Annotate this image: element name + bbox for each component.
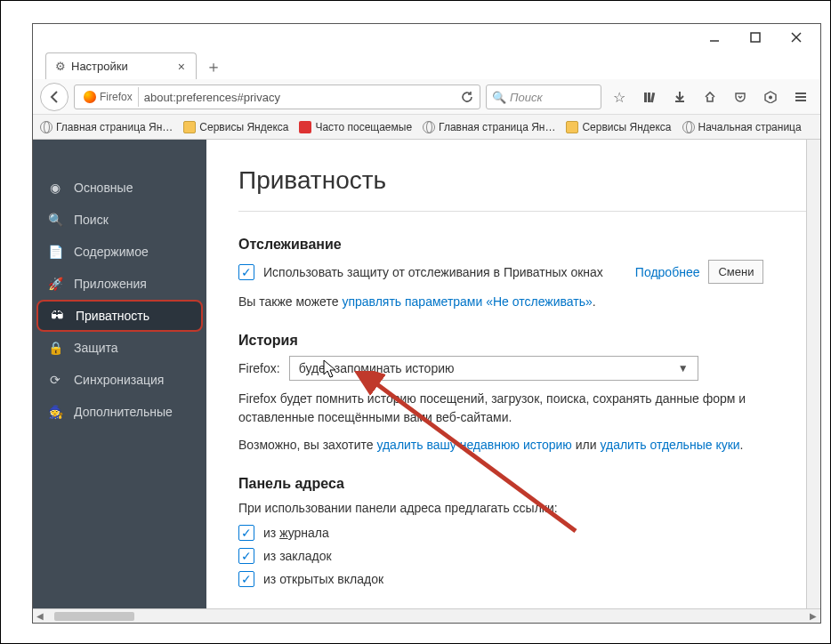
reload-button[interactable] — [455, 91, 480, 103]
prefs-sidebar: ◉Основные 🔍Поиск 📄Содержимое 🚀Приложения… — [33, 140, 206, 608]
library-button[interactable] — [637, 85, 662, 109]
new-tab-button[interactable]: ＋ — [200, 54, 227, 79]
sidebar-item-label: Синхронизация — [74, 373, 164, 387]
bookmark-item[interactable]: Сервисы Яндекса — [183, 121, 288, 133]
sidebar-item-label: Основные — [74, 181, 133, 195]
scroll-left-icon[interactable]: ◀ — [33, 611, 47, 621]
tracking-heading: Отслеживание — [238, 237, 806, 253]
sidebar-item-privacy[interactable]: 🕶Приватность — [36, 300, 203, 332]
svg-rect-5 — [648, 93, 650, 102]
sidebar-item-sync[interactable]: ⟳Синхронизация — [33, 364, 206, 396]
search-box[interactable]: 🔍 Поиск — [486, 85, 601, 109]
urlbar[interactable]: Firefox about:preferences#privacy — [74, 85, 480, 109]
chevron-down-icon: ▼ — [678, 362, 689, 374]
horizontal-scrollbar[interactable]: ◀ ▶ — [33, 608, 820, 623]
bookmark-label: Часто посещаемые — [315, 121, 412, 133]
document-icon: 📄 — [47, 245, 63, 259]
bookmark-item[interactable]: Главная страница Ян… — [40, 121, 173, 133]
dnt-link[interactable]: управлять параметрами «Не отслеживать» — [342, 294, 592, 309]
addr-bookmarks-checkbox[interactable]: ✓ — [238, 548, 254, 564]
history-maybe-line: Возможно, вы захотите удалить вашу недав… — [238, 436, 806, 455]
bookmark-label: Главная страница Ян… — [439, 121, 555, 133]
search-placeholder: Поиск — [510, 91, 543, 104]
search-icon: 🔍 — [492, 91, 506, 104]
clear-cookies-link[interactable]: удалить отдельные куки — [600, 438, 739, 452]
addressbar-intro: При использовании панели адреса предлага… — [238, 499, 806, 518]
tracking-change-button[interactable]: Смени — [708, 260, 763, 284]
folder-icon — [183, 121, 196, 133]
bookmark-label: Начальная страница — [698, 121, 802, 133]
browser-frame: ⚙ Настройки × ＋ Firefox about:preference… — [32, 23, 821, 624]
pocket-button[interactable] — [728, 85, 753, 109]
svg-point-8 — [769, 96, 772, 100]
addr-history-checkbox[interactable]: ✓ — [238, 525, 254, 541]
sidebar-item-general[interactable]: ◉Основные — [33, 172, 206, 204]
sidebar-item-label: Поиск — [74, 213, 109, 227]
hat-icon: 🧙 — [47, 405, 63, 419]
content-area: ◉Основные 🔍Поиск 📄Содержимое 🚀Приложения… — [33, 140, 820, 608]
firefox-logo-icon — [84, 91, 96, 103]
sidebar-item-apps[interactable]: 🚀Приложения — [33, 268, 206, 300]
addr-history-label: из журнала — [263, 526, 329, 540]
sidebar-item-advanced[interactable]: 🧙Дополнительные — [33, 396, 206, 428]
scroll-thumb[interactable] — [54, 612, 134, 621]
bookmark-item[interactable]: Часто посещаемые — [299, 121, 412, 133]
maximize-button[interactable] — [735, 25, 776, 50]
downloads-button[interactable] — [667, 85, 692, 109]
sidebar-item-label: Содержимое — [74, 245, 149, 259]
tab-close-icon[interactable]: × — [176, 60, 187, 74]
tabstrip: ⚙ Настройки × ＋ — [33, 51, 820, 79]
history-mode-select[interactable]: будет запоминать историю ▼ — [289, 356, 698, 381]
addr-bookmarks-label: из закладок — [263, 549, 332, 563]
addr-tabs-label: из открытых вкладок — [263, 572, 383, 586]
close-window-button[interactable] — [776, 25, 817, 50]
navigation-toolbar: Firefox about:preferences#privacy 🔍 Поис… — [33, 79, 820, 115]
svg-rect-6 — [650, 93, 655, 102]
folder-icon — [566, 121, 578, 133]
bookmark-item[interactable]: Начальная страница — [682, 121, 802, 133]
back-button[interactable] — [40, 83, 69, 111]
bookmark-label: Сервисы Яндекса — [199, 121, 288, 133]
bookmarks-toolbar: Главная страница Ян… Сервисы Яндекса Час… — [33, 115, 820, 140]
prefs-main: Приватность Отслеживание ✓ Использовать … — [206, 140, 806, 608]
sidebar-item-label: Защита — [74, 341, 118, 355]
minimize-button[interactable] — [694, 25, 735, 50]
sidebar-item-security[interactable]: 🔒Защита — [33, 332, 206, 364]
tab-settings[interactable]: ⚙ Настройки × — [45, 52, 197, 79]
bookmark-item[interactable]: Главная страница Ян… — [423, 121, 555, 133]
vertical-scrollbar[interactable] — [806, 140, 820, 608]
history-firefox-label: Firefox: — [238, 361, 280, 375]
tracking-checkbox-label: Использовать защиту от отслеживания в Пр… — [263, 265, 603, 279]
titlebar — [33, 24, 820, 51]
cog-icon: ◉ — [47, 181, 63, 195]
sync-icon: ⟳ — [47, 373, 63, 387]
menu-button[interactable] — [788, 85, 813, 109]
clear-history-link[interactable]: удалить вашу недавнюю историю — [376, 438, 571, 452]
sidebar-item-label: Дополнительные — [74, 405, 173, 419]
scroll-right-icon[interactable]: ▶ — [806, 611, 820, 621]
addon-button[interactable] — [758, 85, 783, 109]
globe-icon — [682, 121, 695, 133]
bookmark-item[interactable]: Сервисы Яндекса — [566, 121, 671, 133]
lock-icon: 🔒 — [47, 341, 63, 355]
sidebar-item-search[interactable]: 🔍Поиск — [33, 204, 206, 236]
tab-title: Настройки — [71, 60, 128, 73]
globe-icon — [423, 121, 435, 133]
sidebar-item-label: Приватность — [76, 309, 149, 323]
globe-icon — [40, 121, 52, 133]
identity-box[interactable]: Firefox — [78, 87, 139, 107]
url-text: about:preferences#privacy — [139, 91, 455, 104]
sidebar-item-content[interactable]: 📄Содержимое — [33, 236, 206, 268]
rocket-icon: 🚀 — [47, 277, 63, 291]
home-button[interactable] — [698, 85, 722, 109]
tracking-also-line: Вы также можете управлять параметрами «Н… — [238, 293, 806, 311]
yandex-icon — [299, 121, 311, 133]
addr-tabs-checkbox[interactable]: ✓ — [238, 571, 254, 587]
tracking-more-link[interactable]: Подробнее — [635, 265, 700, 279]
svg-rect-4 — [644, 93, 647, 102]
sidebar-item-label: Приложения — [74, 277, 147, 291]
history-desc: Firefox будет помнить историю посещений,… — [238, 390, 806, 427]
tracking-checkbox[interactable]: ✓ — [238, 264, 254, 280]
bookmark-star-button[interactable]: ☆ — [607, 85, 632, 109]
history-heading: История — [238, 333, 806, 349]
